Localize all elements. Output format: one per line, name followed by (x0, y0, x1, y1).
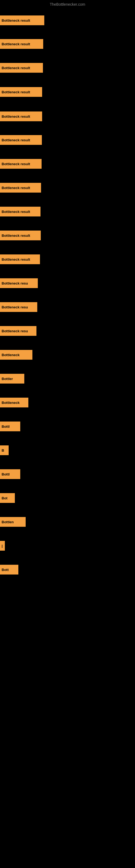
bottleneck-result-item: Bottleneck result (0, 112, 42, 121)
bottleneck-result-item: Bottlen (0, 517, 26, 527)
bottleneck-result-item: Bottleneck resu (0, 278, 38, 288)
bottleneck-result-item: Bottleneck result (0, 207, 41, 216)
bottleneck-result-item: Bottl (0, 422, 20, 431)
bottleneck-result-item: Bot (0, 493, 15, 503)
bottleneck-result-item: Bottleneck result (0, 87, 42, 97)
bottleneck-result-item: Bottleneck result (0, 159, 42, 169)
bottleneck-result-item: | (0, 541, 5, 551)
bottleneck-result-item: Bottleneck result (0, 230, 41, 240)
bottleneck-result-item: Bottl (0, 469, 20, 479)
site-title: TheBottlenecker.com (0, 0, 135, 9)
bottleneck-result-item: B (0, 445, 9, 455)
bottleneck-result-item: Bottleneck resu (0, 302, 37, 312)
bottleneck-result-item: Bott (0, 565, 18, 575)
bottleneck-result-item: Bottleneck result (0, 135, 42, 145)
bottleneck-result-item: Bottleneck resu (0, 326, 37, 336)
bottleneck-result-item: Bottleneck result (0, 39, 43, 49)
bottleneck-result-item: Bottleneck (0, 398, 28, 407)
bottleneck-result-item: Bottleneck result (0, 254, 40, 264)
bottleneck-result-item: Bottler (0, 374, 24, 383)
bottleneck-result-item: Bottleneck (0, 350, 32, 360)
bottleneck-result-item: Bottleneck result (0, 183, 41, 193)
bottleneck-result-item: Bottleneck result (0, 16, 44, 25)
bottleneck-result-item: Bottleneck result (0, 63, 43, 73)
